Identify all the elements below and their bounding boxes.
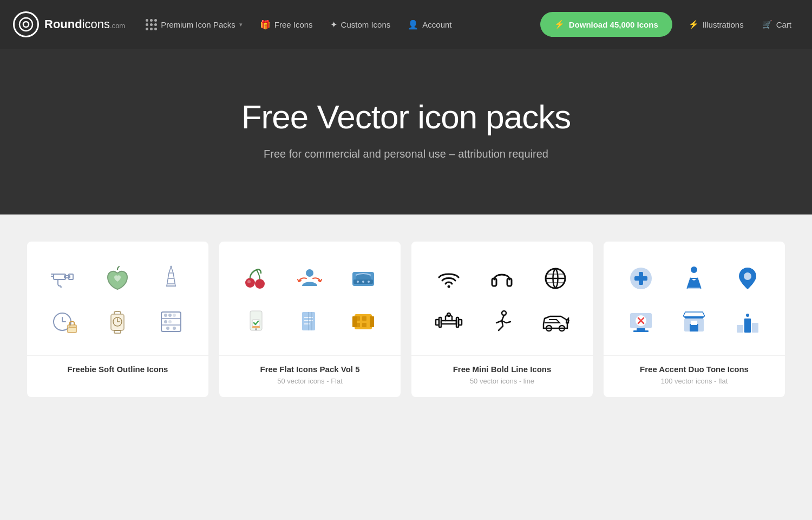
nav-illustrations-label: Illustrations	[703, 20, 744, 29]
svg-point-18	[164, 320, 167, 323]
icon-mobile-check	[235, 300, 278, 343]
navbar: Roundicons.com Premium Icon Packs ▾ 🎁 Fr…	[0, 0, 812, 49]
nav-cart-label: Cart	[776, 20, 791, 29]
lightning-icon: ⚡	[689, 20, 699, 29]
logo[interactable]: Roundicons.com	[13, 11, 125, 37]
card-title-1: Free Flat Icons Pack Vol 5	[230, 365, 390, 374]
card-duo-tone[interactable]: Free Accent Duo Tone Icons 100 vector ic…	[604, 242, 785, 397]
download-button[interactable]: ⚡ Download 45,000 Icons	[540, 12, 672, 37]
icon-monitor-x	[619, 300, 663, 343]
svg-point-21	[173, 327, 176, 330]
icon-location-pin	[726, 257, 769, 300]
nav-items: Premium Icon Packs ▾ 🎁 Free Icons ✦ Cust…	[138, 15, 532, 35]
svg-rect-40	[370, 316, 374, 327]
icon-store	[672, 300, 716, 343]
svg-point-20	[166, 327, 169, 330]
svg-rect-51	[441, 321, 456, 324]
nav-free-label: Free Icons	[274, 20, 313, 29]
download-label: Download 45,000 Icons	[569, 20, 658, 29]
icon-cherry	[235, 257, 278, 300]
hero-heading: Free Vector icon packs	[11, 98, 801, 136]
card-soft-outline[interactable]: Freebie Soft Outline Icons	[27, 242, 208, 397]
svg-rect-42	[362, 316, 366, 321]
svg-point-31	[368, 281, 370, 283]
card-info-bold-line: Free Mini Bold Line Icons 50 vector icon…	[411, 355, 593, 397]
icon-eiffel	[149, 257, 193, 300]
svg-rect-68	[637, 328, 645, 330]
nav-premium-label: Premium Icon Packs	[161, 20, 235, 29]
download-icon: ⚡	[554, 20, 565, 29]
grid-icon	[146, 19, 157, 30]
nav-illustrations[interactable]: ⚡ Illustrations	[681, 15, 751, 34]
icon-medical-plus	[619, 257, 663, 300]
svg-point-23	[255, 279, 265, 289]
svg-point-25	[306, 269, 313, 277]
card-subtitle-2: 50 vector icons - line	[422, 377, 582, 385]
icon-wifi	[427, 257, 470, 300]
icon-person-arrows	[288, 257, 331, 300]
card-flat[interactable]: Free Flat Icons Pack Vol 5 50 vector ico…	[219, 242, 401, 397]
card-info-duo-tone: Free Accent Duo Tone Icons 100 vector ic…	[604, 355, 785, 397]
svg-rect-44	[362, 323, 366, 327]
logo-brand-bold: Round	[44, 17, 82, 31]
nav-premium[interactable]: Premium Icon Packs ▾	[138, 15, 250, 35]
icon-podium	[726, 300, 769, 343]
svg-rect-74	[744, 318, 751, 333]
card-icons-bold-line	[411, 242, 593, 355]
hero-subheading: Free for commercial and personal use – a…	[11, 148, 801, 160]
card-icons-soft-outline	[27, 242, 208, 355]
svg-point-17	[173, 314, 176, 317]
svg-rect-73	[737, 325, 743, 333]
svg-point-45	[448, 285, 450, 288]
svg-rect-61	[634, 276, 647, 281]
icon-faucet	[43, 257, 86, 300]
logo-circle	[13, 11, 39, 37]
card-title-2: Free Mini Bold Line Icons	[422, 365, 582, 374]
nav-account-label: Account	[422, 20, 451, 29]
svg-rect-3	[54, 274, 66, 280]
svg-point-64	[744, 272, 751, 280]
custom-icon: ✦	[330, 20, 337, 30]
icon-telephone	[342, 257, 385, 300]
svg-point-6	[60, 286, 62, 288]
cart-icon: 🛒	[762, 20, 772, 29]
icon-blueprint	[288, 300, 331, 343]
nav-premium-chevron: ▾	[239, 21, 243, 28]
card-icons-duo-tone	[604, 242, 785, 355]
card-title-0: Freebie Soft Outline Icons	[38, 365, 198, 374]
icon-clock-box	[43, 300, 86, 343]
svg-point-2	[25, 17, 27, 19]
svg-rect-53	[459, 320, 462, 325]
nav-cart[interactable]: 🛒 Cart	[755, 15, 799, 34]
icon-weightlift	[427, 300, 470, 343]
svg-point-36	[255, 328, 257, 330]
svg-point-19	[168, 320, 172, 323]
icon-film	[342, 300, 385, 343]
nav-account[interactable]: 👤 Account	[400, 15, 459, 34]
svg-point-62	[691, 266, 697, 273]
svg-point-16	[168, 314, 172, 317]
card-subtitle-3: 100 vector icons - flat	[614, 377, 774, 385]
card-subtitle-1: 50 vector icons - Flat	[230, 377, 390, 385]
svg-point-76	[746, 314, 749, 317]
logo-tld: .com	[110, 22, 125, 30]
nav-free[interactable]: 🎁 Free Icons	[252, 15, 320, 34]
account-icon: 👤	[408, 20, 418, 30]
icon-abacus	[149, 300, 193, 343]
card-icons-flat	[219, 242, 401, 355]
card-info-flat: Free Flat Icons Pack Vol 5 50 vector ico…	[219, 355, 401, 397]
svg-rect-8	[68, 325, 76, 333]
card-bold-line[interactable]: Free Mini Bold Line Icons 50 vector icon…	[411, 242, 593, 397]
icon-electric-car	[534, 300, 577, 343]
icon-apple	[96, 257, 139, 300]
svg-point-29	[357, 281, 359, 283]
svg-point-24	[247, 280, 251, 283]
gift-icon: 🎁	[260, 20, 271, 30]
svg-rect-72	[691, 321, 697, 325]
svg-rect-11	[114, 330, 121, 333]
card-info-soft-outline: Freebie Soft Outline Icons	[27, 355, 208, 389]
nav-custom[interactable]: ✦ Custom Icons	[323, 15, 398, 34]
svg-rect-41	[356, 316, 360, 321]
logo-brand-light: icons	[82, 17, 110, 31]
svg-rect-69	[633, 330, 649, 332]
